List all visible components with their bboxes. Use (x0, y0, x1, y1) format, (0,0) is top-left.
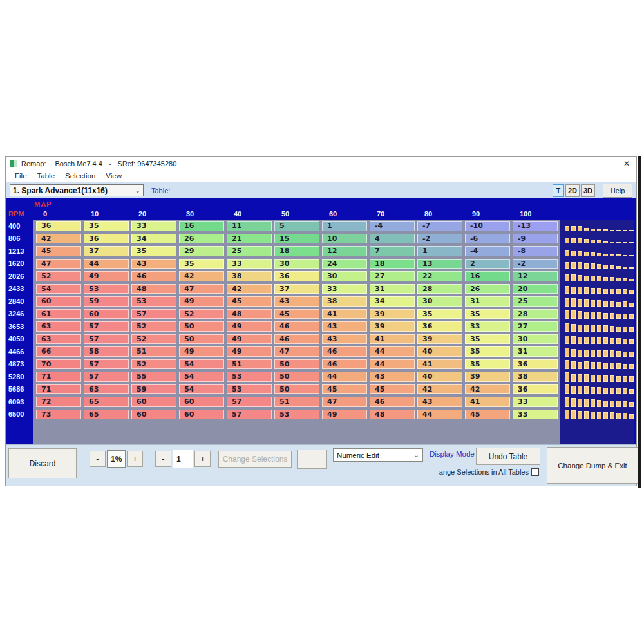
map-cell[interactable]: 65 (84, 410, 129, 420)
map-cell[interactable]: 51 (227, 359, 272, 370)
map-cell[interactable]: 26 (179, 234, 224, 244)
map-cell[interactable]: 65 (84, 397, 129, 407)
map-cell[interactable]: 72 (36, 397, 81, 407)
map-cell[interactable]: 33 (513, 410, 558, 420)
map-cell[interactable]: 13 (417, 259, 462, 269)
rpm-row-header-4059[interactable]: 4059 (8, 333, 33, 346)
map-cell[interactable]: 2 (465, 259, 510, 269)
map-cell[interactable]: 33 (465, 321, 510, 332)
map-cell[interactable]: 26 (465, 284, 510, 294)
map-cell[interactable]: 57 (84, 372, 129, 382)
map-cell[interactable]: 25 (227, 246, 272, 256)
map-cell[interactable]: 51 (131, 346, 176, 357)
map-cell[interactable]: -4 (370, 221, 415, 231)
map-cell[interactable]: 34 (131, 234, 176, 244)
map-cell[interactable]: 52 (131, 321, 176, 332)
map-cell[interactable]: -10 (465, 221, 510, 231)
map-cell[interactable]: 4 (370, 234, 415, 244)
map-cell[interactable]: 57 (131, 309, 176, 319)
all-tables-checkbox[interactable] (531, 468, 539, 476)
map-column-header-90[interactable]: 90 (462, 210, 510, 218)
percent-increment-button[interactable]: + (127, 451, 143, 467)
map-cell[interactable]: 12 (513, 271, 558, 281)
map-cell[interactable]: 60 (84, 309, 129, 319)
table-selector-dropdown[interactable]: 1. Spark Advance1(11x16) ⌄ (10, 184, 144, 196)
map-cell[interactable]: 39 (370, 321, 415, 332)
map-cell[interactable]: 43 (417, 397, 462, 407)
map-column-header-60[interactable]: 60 (319, 210, 367, 218)
map-cell[interactable]: 30 (417, 296, 462, 307)
map-cell[interactable]: 43 (322, 334, 367, 345)
map-cell[interactable]: 52 (131, 334, 176, 345)
map-cell[interactable]: 20 (513, 284, 558, 294)
map-cell[interactable]: 60 (131, 410, 176, 420)
map-cell[interactable]: 49 (227, 321, 272, 332)
map-cell[interactable]: 44 (370, 359, 415, 370)
map-cell[interactable]: 47 (322, 397, 367, 407)
rpm-row-header-806[interactable]: 806 (8, 232, 33, 245)
map-cell[interactable]: 33 (131, 221, 176, 231)
map-cell[interactable]: -7 (417, 221, 462, 231)
map-cell[interactable]: 50 (274, 359, 319, 370)
map-cell[interactable]: 31 (513, 346, 558, 357)
map-cell[interactable]: 35 (465, 334, 510, 345)
map-cell[interactable]: 29 (179, 246, 224, 256)
map-cell[interactable]: 18 (370, 259, 415, 269)
map-cell[interactable]: 49 (227, 346, 272, 357)
map-cell[interactable]: 43 (274, 296, 319, 307)
map-column-header-50[interactable]: 50 (272, 210, 319, 218)
map-cell[interactable]: 35 (417, 309, 462, 319)
map-cell[interactable]: 40 (417, 372, 462, 382)
map-cell[interactable]: 54 (179, 359, 224, 370)
map-cell[interactable]: 36 (84, 234, 129, 244)
absolute-decrement-button[interactable]: - (155, 451, 171, 467)
map-cell[interactable]: 43 (322, 321, 367, 332)
map-cell[interactable]: 57 (84, 359, 129, 370)
map-column-header-70[interactable]: 70 (367, 210, 415, 218)
map-cell[interactable]: 50 (179, 321, 224, 332)
map-cell[interactable]: 46 (131, 271, 176, 281)
map-cell[interactable]: 55 (131, 372, 176, 382)
map-cell[interactable]: 48 (227, 309, 272, 319)
change-dump-exit-button[interactable]: Change Dump & Exit (547, 447, 638, 484)
map-cell[interactable]: 1 (417, 246, 462, 256)
map-cell[interactable]: 16 (465, 271, 510, 281)
map-cell[interactable]: 25 (513, 296, 558, 307)
map-cell[interactable]: 35 (131, 246, 176, 256)
map-cell[interactable]: 35 (465, 346, 510, 357)
map-cell[interactable]: 63 (36, 334, 81, 345)
map-cell[interactable]: 49 (322, 410, 367, 420)
map-cell[interactable]: 47 (179, 284, 224, 294)
map-cell[interactable]: 34 (370, 296, 415, 307)
change-selections-button[interactable]: Change Selections (218, 451, 292, 468)
map-cell[interactable]: 11 (227, 221, 272, 231)
map-cell[interactable]: 53 (274, 410, 319, 420)
absolute-increment-button[interactable]: + (194, 451, 211, 467)
map-cell[interactable]: 49 (179, 296, 224, 307)
map-cell[interactable]: 50 (274, 372, 319, 382)
map-cell[interactable]: 46 (274, 334, 319, 345)
map-cell[interactable]: 70 (36, 359, 81, 370)
map-cell[interactable]: 45 (274, 309, 319, 319)
map-cell[interactable]: 73 (36, 410, 81, 420)
map-column-header-40[interactable]: 40 (224, 210, 272, 218)
map-column-header-100[interactable]: 100 (510, 210, 558, 218)
map-cell[interactable]: 38 (513, 372, 558, 382)
map-cell[interactable]: 49 (179, 346, 224, 357)
rpm-row-header-5280[interactable]: 5280 (8, 370, 33, 383)
map-cell[interactable]: 15 (274, 234, 319, 244)
map-cell[interactable]: 33 (227, 259, 272, 269)
map-cell[interactable]: 36 (513, 359, 558, 370)
map-cell[interactable]: 21 (227, 234, 272, 244)
rpm-row-header-2840[interactable]: 2840 (8, 295, 33, 308)
map-cell[interactable]: 7 (370, 246, 415, 256)
map-cell[interactable]: 33 (513, 397, 558, 407)
map-cell[interactable]: 33 (322, 284, 367, 294)
map-cell[interactable]: -9 (513, 234, 558, 244)
view-button-3d[interactable]: 3D (581, 184, 595, 197)
rpm-row-header-2433[interactable]: 2433 (8, 283, 33, 296)
rpm-row-header-6500[interactable]: 6500 (8, 408, 33, 421)
map-cell[interactable]: -2 (513, 259, 558, 269)
map-cell[interactable]: 35 (179, 259, 224, 269)
map-cell[interactable]: 49 (227, 334, 272, 345)
